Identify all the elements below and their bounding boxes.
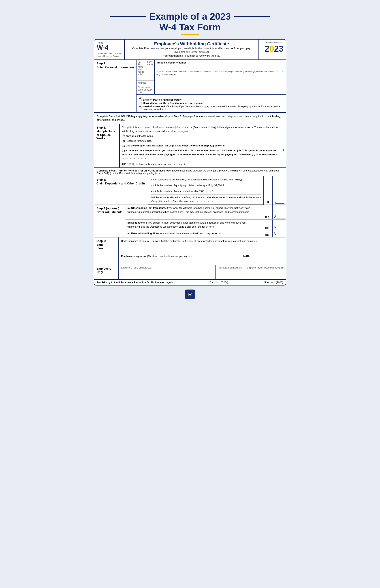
step4b-dollar: $ bbox=[274, 225, 276, 229]
dept-text: Department of the Treasury Internal Reve… bbox=[97, 52, 121, 58]
step3-line2-input[interactable] bbox=[234, 189, 261, 192]
step2-b-bold: (b) Use the Multiple Jobs Worksheet on p… bbox=[122, 144, 223, 147]
year-zero: 0 bbox=[269, 44, 274, 53]
fields-and-ssn: (a) First name and middle initial Last n… bbox=[136, 60, 286, 94]
step4c-input[interactable] bbox=[276, 233, 285, 236]
name-match-text: Does your name match the name on your so… bbox=[156, 70, 284, 76]
step4a-num-col: 4(a) bbox=[261, 205, 272, 219]
first-name-field: (a) First name and middle initial bbox=[136, 60, 146, 81]
form-header-left: Form W-4 Department of the Treasury Inte… bbox=[94, 40, 125, 59]
filing-opt1b: Married filing separately bbox=[153, 98, 182, 101]
page-wrapper: Example of a 2023 W-4 Tax Form Form W-4 … bbox=[89, 4, 291, 308]
step4a-num: 4(a) bbox=[265, 216, 269, 218]
address-row[interactable]: Address bbox=[136, 81, 154, 85]
step4-content: (a) Other income (not from jobs). If you… bbox=[125, 205, 286, 237]
dept-line1: Department of the Treasury bbox=[97, 52, 121, 55]
step2-num: Step 2: bbox=[96, 126, 106, 129]
checkbox-single[interactable] bbox=[139, 98, 141, 101]
form-header-right: OMB No. 1545-0074 2023 bbox=[259, 40, 286, 59]
employers-label-col: Employers Only bbox=[94, 265, 119, 279]
step4c-row: (c) Extra withholding. Enter any additio… bbox=[125, 230, 286, 237]
cert-sub3: Your withholding is subject to review by… bbox=[163, 54, 220, 57]
step4c-dollar: $ bbox=[274, 232, 276, 236]
steps34-intro: Complete Steps 3–4(b) on Form W-4 for on… bbox=[94, 168, 286, 176]
form-footer: For Privacy Act and Paperwork Reduction … bbox=[94, 279, 286, 285]
checkbox-married[interactable] bbox=[139, 102, 141, 104]
form-number: W-4 bbox=[97, 44, 121, 51]
step4c-bold: (c) Extra withholding. bbox=[128, 232, 153, 235]
step1-row: Step 1: Enter Personal Information (a) F… bbox=[94, 60, 286, 113]
filing-opt3-text: Head of household (Check only if you're … bbox=[143, 105, 284, 110]
step4c-num: 4(c) bbox=[265, 233, 269, 236]
date-line[interactable] bbox=[243, 259, 284, 263]
step3-label: Step 3: Claim Dependent and Other Credit… bbox=[94, 176, 148, 205]
page-title: Example of a 2023 W-4 Tax Form bbox=[94, 11, 286, 33]
step4c-bold2: pay period bbox=[206, 232, 218, 235]
emp-name-label: Employer's name and address bbox=[121, 266, 151, 269]
step4a-text: (a) Other income (not from jobs). If you… bbox=[125, 205, 261, 219]
checkbox-hoh[interactable] bbox=[139, 106, 141, 109]
step2-row: Step 2: Multiple Jobs or Spouse Works Co… bbox=[94, 124, 286, 168]
step2-a-text: (a) Reserved for future use. bbox=[122, 139, 152, 143]
step3-line1-input[interactable] bbox=[234, 183, 261, 186]
step4a-input[interactable] bbox=[276, 215, 285, 218]
step1-num: Step 1: bbox=[96, 62, 106, 65]
step2-option-c: (c) If there are only two jobs total, yo… bbox=[122, 149, 284, 160]
step3-total-input[interactable] bbox=[275, 200, 285, 204]
emp-label2: Only bbox=[96, 270, 103, 274]
step4c-rest: Enter any additional tax you want withhe… bbox=[152, 232, 206, 235]
step3-content: If your total income will be $200,000 or… bbox=[148, 176, 263, 205]
last-name-label: Last name bbox=[147, 61, 153, 66]
emp-date-input[interactable] bbox=[218, 269, 242, 278]
emp-name-input[interactable] bbox=[121, 269, 213, 278]
emp-name-col: Employer's name and address bbox=[119, 265, 215, 279]
emp-title: Employers Only bbox=[96, 267, 111, 274]
step1-content: (a) First name and middle initial Last n… bbox=[136, 60, 286, 112]
checkbox-step2c[interactable] bbox=[281, 149, 284, 151]
name-row: (a) First name and middle initial Last n… bbox=[136, 60, 154, 81]
filing-opt1-text: Single or Married filing separately bbox=[143, 98, 182, 101]
ssn-col: (b) Social security number Does your nam… bbox=[154, 60, 286, 94]
emp-ein-input[interactable] bbox=[247, 269, 284, 278]
footer-cat-text: Cat. No. 10220Q bbox=[210, 281, 228, 284]
last-name-input[interactable] bbox=[147, 66, 153, 70]
year-display: 2023 bbox=[261, 44, 284, 54]
city-row[interactable]: City or town, state, and ZIP code bbox=[136, 85, 154, 94]
step3-total-dots: · · · · · · · · · · · · · · · bbox=[194, 200, 214, 203]
filing-c: (c) bbox=[139, 96, 142, 98]
step4b-text: (b) Deductions. If you expect to claim d… bbox=[125, 220, 261, 230]
first-name-input[interactable] bbox=[138, 76, 144, 80]
step1-label: Step 1: Enter Personal Information bbox=[94, 60, 136, 112]
step4b-dollar-col: $ bbox=[272, 220, 286, 230]
filing-option-2: Married filing jointly or Qualifying sur… bbox=[139, 102, 284, 104]
step4b-input[interactable] bbox=[276, 225, 285, 229]
step4-num: Step 4 (optional): bbox=[96, 207, 120, 210]
step5-here: Here bbox=[96, 247, 103, 250]
step3-line2-row: Multiply the number of other dependents … bbox=[151, 189, 261, 193]
step4c-text: (c) Extra withholding. Enter any additio… bbox=[125, 230, 261, 237]
omb-text: OMB No. 1545-0074 bbox=[261, 41, 284, 44]
step3-intro-text: If your total income will be $200,000 or… bbox=[151, 177, 261, 182]
employers-content: Employer's name and address First date o… bbox=[119, 265, 286, 279]
step3-num-col: 3 bbox=[263, 176, 272, 205]
date-label: Date bbox=[243, 254, 284, 258]
sig-line[interactable] bbox=[121, 259, 239, 263]
cert-title: Employee's Withholding Certificate bbox=[128, 41, 255, 47]
step2-option-b: (b) Use the Multiple Jobs Worksheet on p… bbox=[122, 144, 284, 148]
ssn-input[interactable] bbox=[156, 65, 284, 69]
step3-total-text: Add the amounts above for qualifying chi… bbox=[151, 196, 261, 203]
first-name-label: (a) First name and middle initial bbox=[138, 61, 144, 76]
steps-intro: Complete Steps 2–4 ONLY if they apply to… bbox=[94, 113, 286, 124]
filing-opt1a: Single or bbox=[143, 98, 153, 101]
step3-line1-row: Multiply the number of qualifying childr… bbox=[151, 183, 261, 188]
sig-label-sub: (This form is not valid unless you sign … bbox=[146, 255, 191, 258]
step4c-dots: · · bbox=[219, 232, 221, 235]
bottom-icon-row: R bbox=[94, 290, 286, 299]
step2-only-one: only one bbox=[126, 135, 136, 137]
filing-option-1: Single or Married filing separately bbox=[139, 98, 284, 101]
step4c-dollar-col: $ bbox=[272, 230, 286, 237]
step2-c-text: (c) If there are only two jobs total, yo… bbox=[122, 149, 278, 160]
step4b-row: (b) Deductions. If you expect to claim d… bbox=[125, 220, 286, 230]
cert-subtitle: Complete Form W-4 so that your employer … bbox=[128, 47, 255, 58]
step4b-dots: · · · · · · · · · · · · · · · · · · · · … bbox=[214, 225, 251, 228]
